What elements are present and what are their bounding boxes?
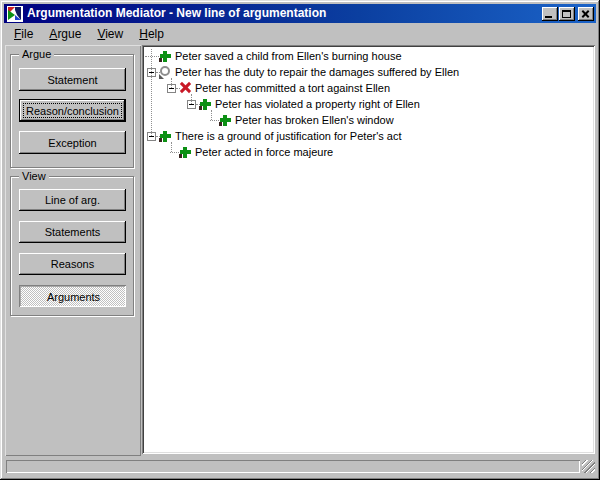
issue-circle-icon [159,65,172,78]
title-bar[interactable]: Argumentation Mediator - New line of arg… [4,4,596,23]
tree-item-label[interactable]: Peter has the duty to repair the damages… [175,65,459,79]
window-title: Argumentation Mediator - New line of arg… [23,4,541,23]
tree-connector-line [211,110,213,120]
statement-button[interactable]: Statement [19,68,126,91]
close-button[interactable] [578,7,594,21]
exception-button[interactable]: Exception [19,131,126,154]
pro-plus-icon [159,129,172,142]
statements-button[interactable]: Statements [19,221,126,243]
app-window: Argumentation Mediator - New line of arg… [0,0,600,480]
menu-item-view[interactable]: View [89,25,131,43]
tree-row[interactable]: There is a ground of justification for P… [144,128,593,144]
pro-plus-icon [159,49,172,62]
menu-bar: FileArgueViewHelp [4,23,596,44]
group-view-label: View [19,170,49,183]
maximize-icon [562,10,571,18]
tree-row[interactable]: Peter has committed a tort against Ellen [144,80,593,96]
sidebar-panel: Argue StatementReason/conclusionExceptio… [5,45,141,456]
tree-row[interactable]: Peter saved a child from Ellen's burning… [144,48,593,64]
status-bar [4,458,596,474]
con-x-icon [179,81,192,94]
tree-item-label[interactable]: Peter acted in force majeure [195,145,333,159]
line-of-arg-button[interactable]: Line of arg. [19,189,126,211]
pro-plus-icon [199,97,212,110]
arguments-button[interactable]: Arguments [19,285,126,307]
tree-item-label[interactable]: Peter saved a child from Ellen's burning… [175,49,402,63]
menu-item-help[interactable]: Help [131,25,172,43]
window-controls [541,7,594,21]
menu-item-argue[interactable]: Argue [41,25,89,43]
pro-plus-icon [219,113,232,126]
menu-item-file[interactable]: File [6,25,41,43]
tree-row[interactable]: Peter has the duty to repair the damages… [144,64,593,80]
reason-conclusion-button[interactable]: Reason/conclusion [19,99,126,122]
app-icon [7,6,23,22]
tree-row[interactable]: Peter acted in force majeure [144,144,593,160]
tree-connector-line [171,142,173,152]
tree-item-label[interactable]: Peter has committed a tort against Ellen [195,81,390,95]
tree-connector-line [171,78,173,88]
maximize-button[interactable] [559,7,575,21]
tree-item-label[interactable]: Peter has violated a property right of E… [215,97,420,111]
tree-item-label[interactable]: There is a ground of justification for P… [175,129,402,143]
group-argue: Argue StatementReason/conclusionExceptio… [10,54,134,168]
minimize-button[interactable] [542,7,558,21]
group-argue-label: Argue [19,48,54,61]
tree-item-label[interactable]: Peter has broken Ellen's window [235,113,394,127]
tree-connector-line [191,94,193,104]
pro-plus-icon [179,145,192,158]
tree-connector-line [151,49,153,136]
minimize-icon [545,16,552,18]
argument-tree-view[interactable]: Peter saved a child from Ellen's burning… [142,45,595,454]
status-panel [6,460,580,473]
reasons-button[interactable]: Reasons [19,253,126,275]
resize-grip-icon[interactable] [582,460,595,473]
group-view: View Line of arg.StatementsReasonsArgume… [10,176,134,316]
